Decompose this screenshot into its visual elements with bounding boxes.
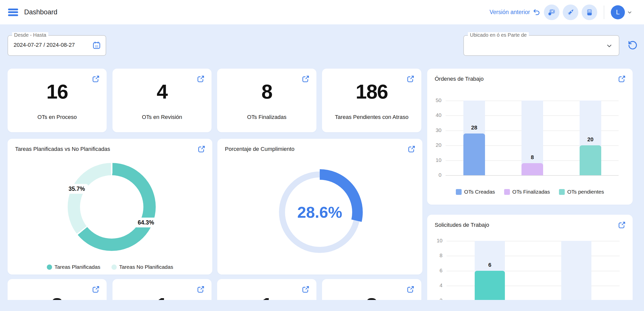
kpi-label: OTs en Proceso (8, 114, 107, 120)
legend-item[interactable]: OTs Finalizadas (504, 189, 550, 195)
avatar-initial: L (616, 8, 620, 16)
kpi-card-ots-en-proceso: 16 OTs en Proceso (8, 69, 107, 132)
kpi-number-partial: 8 (8, 295, 107, 300)
whats-new-button[interactable] (563, 5, 578, 20)
chart-title: Solicitudes de Trabajo (435, 222, 489, 228)
chart-card-ordenes-trabajo: Órdenes de Trabajo 0102030405028820OTs C… (427, 69, 633, 205)
y-axis-tick: 10 (427, 157, 441, 163)
legend-label: OTs pendientes (567, 189, 604, 195)
legend-label: Tareas Planificadas (55, 264, 100, 270)
assistant-chat-button[interactable] (544, 5, 559, 20)
docs-button[interactable] (582, 5, 597, 20)
legend-label: OTs Finalizadas (512, 189, 550, 195)
date-range-field[interactable]: Desde - Hasta 2024-07-27 / 2024-08-27 (8, 35, 106, 56)
bar-OTs Creadas (463, 134, 485, 175)
open-in-new-icon[interactable] (92, 285, 100, 294)
kpi-card-partial: 8 (8, 279, 107, 300)
open-in-new-icon[interactable] (618, 221, 626, 229)
kpi-value: 8 (217, 82, 316, 102)
legend-swatch (559, 189, 565, 195)
dashboard-content: Desde - Hasta 2024-07-27 / 2024-08-27 Ub… (0, 24, 644, 300)
kpi-label: OTs Finalizadas (217, 114, 316, 120)
app-header: Dashboard Versión anterior L (0, 0, 644, 24)
previous-version-link[interactable]: Versión anterior (490, 8, 541, 16)
location-select[interactable]: Ubicado en ó es Parte de (463, 35, 619, 56)
menu-icon[interactable] (8, 9, 18, 16)
bar-value-label: 20 (587, 136, 593, 143)
legend-item[interactable]: OTs Creadas (456, 189, 495, 195)
kpi-value: 186 (322, 82, 421, 102)
kpi-card-ots-en-revision: 4 OTs en Revisión (112, 69, 212, 132)
header-divider (604, 6, 604, 19)
y-axis-tick: 6 (427, 268, 442, 274)
chart-title: Tareas Planificadas vs No Planificadas (15, 146, 110, 152)
y-axis-tick: 2 (427, 297, 442, 300)
gridline (447, 271, 620, 271)
kpi-value: 4 (112, 82, 212, 102)
gauge-value: 28.6% (297, 203, 342, 221)
previous-version-label: Versión anterior (490, 9, 530, 16)
kpi-value: 16 (8, 82, 107, 102)
open-in-new-icon[interactable] (406, 285, 415, 294)
y-axis-tick: 8 (427, 252, 442, 258)
y-axis-tick: 50 (427, 97, 441, 103)
y-axis-tick: 20 (427, 142, 441, 148)
chart-card-solicitudes-trabajo: Solicitudes de Trabajo 2468106 (427, 215, 633, 300)
legend-item-planificadas[interactable]: Tareas Planificadas (47, 264, 100, 270)
pie-legend: Tareas Planificadas Tareas No Planificad… (8, 264, 212, 270)
legend-swatch (504, 189, 510, 195)
y-axis-tick: 30 (427, 127, 441, 133)
bar-track (561, 241, 591, 300)
bar-value-label: 6 (488, 262, 491, 268)
gridline (447, 256, 620, 256)
open-in-new-icon[interactable] (407, 145, 416, 153)
kpi-card-partial: 1 (112, 279, 212, 300)
open-in-new-icon[interactable] (618, 75, 626, 83)
open-in-new-icon[interactable] (301, 285, 310, 294)
avatar-chevron-down-icon[interactable] (627, 10, 632, 15)
open-in-new-icon[interactable] (196, 285, 205, 294)
gridline (447, 241, 620, 241)
kpi-number-partial: 1 (217, 295, 316, 300)
page-title: Dashboard (24, 8, 57, 16)
book-icon (585, 8, 594, 17)
pie-label-planificadas: 64.3% (134, 218, 157, 228)
bar-OTs pendientes (580, 145, 601, 175)
avatar[interactable]: L (611, 5, 625, 19)
kpi-label: OTs en Revisión (112, 114, 212, 120)
bar-value-label: 28 (471, 124, 477, 131)
donut-hole (80, 175, 143, 239)
legend-swatch (111, 264, 117, 270)
gridline (446, 175, 619, 176)
chat-sparkles-icon (547, 8, 556, 17)
kpi-card-partial: 1 (217, 279, 316, 300)
chart-title: Porcentaje de Cumplimiento (225, 146, 294, 152)
calendar-icon[interactable] (92, 41, 101, 51)
legend-swatch (456, 189, 462, 195)
chart-title: Órdenes de Trabajo (435, 76, 484, 82)
refresh-icon[interactable] (627, 39, 638, 51)
chart-card-tareas-planificadas: Tareas Planificadas vs No Planificadas 3… (8, 139, 212, 275)
chevron-down-icon (606, 42, 613, 50)
legend-item[interactable]: OTs pendientes (559, 189, 604, 195)
chart-card-porcentaje-cumplimiento: Porcentaje de Cumplimiento 28.6% (217, 139, 422, 275)
gridline (447, 286, 620, 286)
y-axis-tick: 10 (427, 238, 442, 244)
header-actions: Versión anterior L (490, 5, 644, 20)
legend-label: OTs Creadas (464, 189, 495, 195)
undo-arrow-icon (533, 8, 541, 16)
legend-swatch (47, 264, 52, 270)
bar-value-label: 8 (531, 154, 534, 161)
y-axis-tick: 40 (427, 112, 441, 118)
chart-legend: OTs CreadasOTs FinalizadasOTs pendientes (427, 189, 633, 195)
y-axis-tick: 0 (427, 172, 441, 178)
bar-OTs Finalizadas (521, 163, 543, 175)
pie-label-no-planificadas: 35.7% (65, 184, 88, 194)
kpi-label: Tareas Pendientes con Atraso (322, 114, 421, 120)
open-in-new-icon[interactable] (197, 145, 206, 153)
legend-item-no-planificadas[interactable]: Tareas No Planificadas (111, 264, 173, 270)
kpi-card-tareas-pendientes: 186 Tareas Pendientes con Atraso (322, 69, 421, 132)
location-select-label: Ubicado en ó es Parte de (468, 32, 529, 38)
kpi-card-ots-finalizadas: 8 OTs Finalizadas (217, 69, 316, 132)
legend-label: Tareas No Planificadas (119, 264, 173, 270)
